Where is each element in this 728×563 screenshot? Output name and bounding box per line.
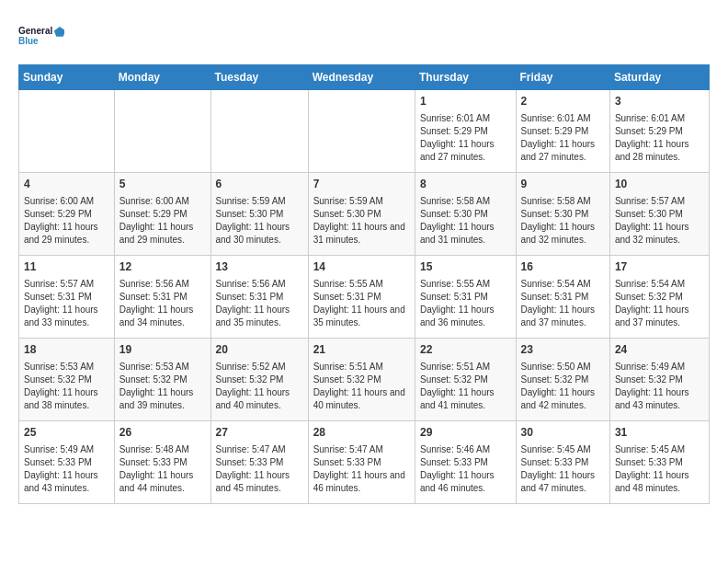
header-wednesday: Wednesday bbox=[308, 65, 415, 90]
day-info: Sunrise: 5:58 AM Sunset: 5:30 PM Dayligh… bbox=[521, 195, 605, 247]
day-info: Sunrise: 5:45 AM Sunset: 5:33 PM Dayligh… bbox=[615, 443, 704, 495]
week-row-5: 25 Sunrise: 5:49 AM Sunset: 5:33 PM Dayl… bbox=[19, 421, 710, 504]
day-info: Sunrise: 5:54 AM Sunset: 5:32 PM Dayligh… bbox=[615, 278, 704, 329]
day-number: 14 bbox=[313, 259, 410, 275]
calendar-cell: 24 Sunrise: 5:49 AM Sunset: 5:32 PM Dayl… bbox=[609, 339, 709, 421]
day-number: 9 bbox=[521, 177, 605, 192]
day-number: 19 bbox=[119, 342, 206, 358]
day-info: Sunrise: 5:53 AM Sunset: 5:32 PM Dayligh… bbox=[119, 361, 206, 412]
calendar-cell bbox=[210, 90, 308, 173]
calendar-cell: 19 Sunrise: 5:53 AM Sunset: 5:32 PM Dayl… bbox=[114, 339, 210, 421]
day-number: 15 bbox=[420, 259, 511, 275]
header-monday: Monday bbox=[114, 65, 210, 90]
day-info: Sunrise: 6:00 AM Sunset: 5:29 PM Dayligh… bbox=[119, 195, 206, 247]
logo-svg: General Blue bbox=[18, 18, 64, 55]
week-row-4: 18 Sunrise: 5:53 AM Sunset: 5:32 PM Dayl… bbox=[19, 339, 710, 421]
day-number: 7 bbox=[313, 177, 410, 192]
day-number: 16 bbox=[521, 259, 605, 275]
header-friday: Friday bbox=[516, 65, 609, 90]
calendar-cell: 6 Sunrise: 5:59 AM Sunset: 5:30 PM Dayli… bbox=[210, 173, 308, 256]
week-row-2: 4 Sunrise: 6:00 AM Sunset: 5:29 PM Dayli… bbox=[19, 173, 710, 256]
page-header: General Blue bbox=[18, 18, 710, 55]
header-tuesday: Tuesday bbox=[210, 65, 308, 90]
day-info: Sunrise: 5:55 AM Sunset: 5:31 PM Dayligh… bbox=[313, 278, 410, 329]
day-info: Sunrise: 5:49 AM Sunset: 5:33 PM Dayligh… bbox=[24, 443, 109, 495]
day-number: 17 bbox=[615, 259, 704, 275]
day-number: 5 bbox=[119, 177, 206, 192]
header-thursday: Thursday bbox=[415, 65, 516, 90]
day-info: Sunrise: 5:46 AM Sunset: 5:33 PM Dayligh… bbox=[420, 443, 511, 495]
calendar-cell: 7 Sunrise: 5:59 AM Sunset: 5:30 PM Dayli… bbox=[308, 173, 415, 256]
calendar-table: SundayMondayTuesdayWednesdayThursdayFrid… bbox=[18, 64, 710, 504]
day-number: 12 bbox=[119, 259, 206, 275]
day-info: Sunrise: 5:52 AM Sunset: 5:32 PM Dayligh… bbox=[216, 361, 303, 412]
day-number: 22 bbox=[420, 342, 511, 358]
day-info: Sunrise: 5:57 AM Sunset: 5:31 PM Dayligh… bbox=[24, 278, 109, 329]
day-number: 13 bbox=[216, 259, 303, 275]
day-info: Sunrise: 5:56 AM Sunset: 5:31 PM Dayligh… bbox=[119, 278, 206, 329]
calendar-cell bbox=[114, 90, 210, 173]
calendar-cell: 13 Sunrise: 5:56 AM Sunset: 5:31 PM Dayl… bbox=[210, 256, 308, 339]
day-info: Sunrise: 5:59 AM Sunset: 5:30 PM Dayligh… bbox=[216, 195, 303, 247]
day-info: Sunrise: 5:53 AM Sunset: 5:32 PM Dayligh… bbox=[24, 361, 109, 412]
day-number: 24 bbox=[615, 342, 704, 358]
calendar-cell: 18 Sunrise: 5:53 AM Sunset: 5:32 PM Dayl… bbox=[19, 339, 115, 421]
day-info: Sunrise: 5:49 AM Sunset: 5:32 PM Dayligh… bbox=[615, 361, 704, 412]
day-number: 10 bbox=[615, 177, 704, 192]
svg-marker-2 bbox=[54, 27, 64, 37]
day-number: 1 bbox=[420, 94, 511, 109]
calendar-cell: 21 Sunrise: 5:51 AM Sunset: 5:32 PM Dayl… bbox=[308, 339, 415, 421]
calendar-cell: 16 Sunrise: 5:54 AM Sunset: 5:31 PM Dayl… bbox=[516, 256, 609, 339]
logo[interactable]: General Blue bbox=[18, 18, 64, 55]
calendar-cell: 27 Sunrise: 5:47 AM Sunset: 5:33 PM Dayl… bbox=[210, 421, 308, 504]
day-number: 28 bbox=[313, 425, 410, 441]
day-number: 30 bbox=[521, 425, 605, 441]
day-number: 4 bbox=[24, 177, 109, 192]
calendar-cell: 9 Sunrise: 5:58 AM Sunset: 5:30 PM Dayli… bbox=[516, 173, 609, 256]
calendar-cell: 26 Sunrise: 5:48 AM Sunset: 5:33 PM Dayl… bbox=[114, 421, 210, 504]
day-number: 23 bbox=[521, 342, 605, 358]
week-row-3: 11 Sunrise: 5:57 AM Sunset: 5:31 PM Dayl… bbox=[19, 256, 710, 339]
day-number: 27 bbox=[216, 425, 303, 441]
day-number: 26 bbox=[119, 425, 206, 441]
week-row-1: 1 Sunrise: 6:01 AM Sunset: 5:29 PM Dayli… bbox=[19, 90, 710, 173]
header-sunday: Sunday bbox=[19, 65, 115, 90]
calendar-cell: 12 Sunrise: 5:56 AM Sunset: 5:31 PM Dayl… bbox=[114, 256, 210, 339]
day-number: 2 bbox=[521, 94, 605, 109]
day-number: 11 bbox=[24, 259, 109, 275]
calendar-cell: 4 Sunrise: 6:00 AM Sunset: 5:29 PM Dayli… bbox=[19, 173, 115, 256]
day-number: 20 bbox=[216, 342, 303, 358]
day-info: Sunrise: 5:58 AM Sunset: 5:30 PM Dayligh… bbox=[420, 195, 511, 247]
day-number: 21 bbox=[313, 342, 410, 358]
day-info: Sunrise: 5:50 AM Sunset: 5:32 PM Dayligh… bbox=[521, 361, 605, 412]
day-info: Sunrise: 5:51 AM Sunset: 5:32 PM Dayligh… bbox=[420, 361, 511, 412]
day-info: Sunrise: 5:57 AM Sunset: 5:30 PM Dayligh… bbox=[615, 195, 704, 247]
calendar-cell: 30 Sunrise: 5:45 AM Sunset: 5:33 PM Dayl… bbox=[516, 421, 609, 504]
calendar-cell: 20 Sunrise: 5:52 AM Sunset: 5:32 PM Dayl… bbox=[210, 339, 308, 421]
day-number: 18 bbox=[24, 342, 109, 358]
svg-text:Blue: Blue bbox=[18, 36, 39, 46]
day-number: 31 bbox=[615, 425, 704, 441]
calendar-cell: 15 Sunrise: 5:55 AM Sunset: 5:31 PM Dayl… bbox=[415, 256, 516, 339]
day-info: Sunrise: 5:56 AM Sunset: 5:31 PM Dayligh… bbox=[216, 278, 303, 329]
calendar-cell bbox=[308, 90, 415, 173]
calendar-cell: 22 Sunrise: 5:51 AM Sunset: 5:32 PM Dayl… bbox=[415, 339, 516, 421]
svg-text:General: General bbox=[18, 26, 52, 36]
header-row: SundayMondayTuesdayWednesdayThursdayFrid… bbox=[19, 65, 710, 90]
day-number: 8 bbox=[420, 177, 511, 192]
calendar-cell: 2 Sunrise: 6:01 AM Sunset: 5:29 PM Dayli… bbox=[516, 90, 609, 173]
day-info: Sunrise: 6:01 AM Sunset: 5:29 PM Dayligh… bbox=[521, 112, 605, 164]
day-info: Sunrise: 5:45 AM Sunset: 5:33 PM Dayligh… bbox=[521, 443, 605, 495]
day-info: Sunrise: 5:54 AM Sunset: 5:31 PM Dayligh… bbox=[521, 278, 605, 329]
calendar-cell bbox=[19, 90, 115, 173]
day-info: Sunrise: 5:55 AM Sunset: 5:31 PM Dayligh… bbox=[420, 278, 511, 329]
calendar-cell: 17 Sunrise: 5:54 AM Sunset: 5:32 PM Dayl… bbox=[609, 256, 709, 339]
calendar-cell: 29 Sunrise: 5:46 AM Sunset: 5:33 PM Dayl… bbox=[415, 421, 516, 504]
day-info: Sunrise: 6:00 AM Sunset: 5:29 PM Dayligh… bbox=[24, 195, 109, 247]
day-info: Sunrise: 5:48 AM Sunset: 5:33 PM Dayligh… bbox=[119, 443, 206, 495]
day-info: Sunrise: 6:01 AM Sunset: 5:29 PM Dayligh… bbox=[420, 112, 511, 164]
day-number: 3 bbox=[615, 94, 704, 109]
day-number: 25 bbox=[24, 425, 109, 441]
calendar-cell: 31 Sunrise: 5:45 AM Sunset: 5:33 PM Dayl… bbox=[609, 421, 709, 504]
calendar-cell: 14 Sunrise: 5:55 AM Sunset: 5:31 PM Dayl… bbox=[308, 256, 415, 339]
